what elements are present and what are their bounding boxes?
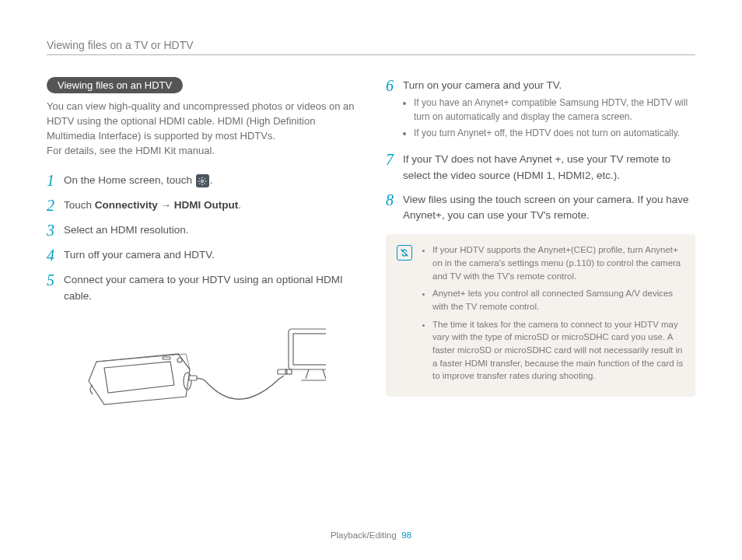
step-6-sublist: If you have an Anynet+ compatible Samsun… — [403, 96, 695, 140]
step-6-text: Turn on your camera and your TV. — [403, 79, 562, 91]
list-item: If your HDTV supports the Anynet+(CEC) p… — [432, 243, 684, 282]
step-num: 2 — [47, 197, 64, 214]
step-2-post: . — [238, 199, 241, 211]
content-columns: Viewing files on an HDTV You can view hi… — [47, 77, 695, 416]
step-num: 8 — [386, 191, 403, 208]
step-num: 3 — [47, 222, 64, 239]
page-number: 98 — [401, 530, 411, 540]
settings-icon — [196, 174, 209, 187]
step-text: Select an HDMI resolution. — [64, 222, 189, 238]
step-num: 6 — [386, 77, 403, 94]
step-1-post: . — [210, 174, 213, 186]
step-2-pre: Touch — [64, 199, 95, 211]
step-5: 5 Connect your camera to your HDTV using… — [47, 271, 356, 304]
step-6: 6 Turn on your camera and your TV. If yo… — [386, 77, 695, 143]
step-1-pre: On the Home screen, touch — [64, 174, 195, 186]
step-num: 1 — [47, 172, 64, 189]
footer: Playback/Editing 98 — [0, 530, 742, 540]
step-num: 5 — [47, 271, 64, 289]
step-text: Touch Connectivity → HDMI Output. — [64, 197, 241, 213]
step-7: 7 If your TV does not have Anynet +, use… — [386, 151, 695, 184]
header-rule — [47, 54, 695, 55]
right-column: 6 Turn on your camera and your TV. If yo… — [386, 77, 695, 416]
note-box: If your HDTV supports the Anynet+(CEC) p… — [386, 234, 695, 397]
footer-section: Playback/Editing — [331, 530, 397, 540]
step-4: 4 Turn off your camera and HDTV. — [47, 247, 356, 264]
list-item: The time it takes for the camera to conn… — [432, 318, 684, 383]
intro-text: You can view high-quality and uncompress… — [47, 100, 356, 158]
step-text: If your TV does not have Anynet +, use y… — [403, 151, 695, 184]
step-2: 2 Touch Connectivity → HDMI Output. — [47, 197, 356, 214]
step-text: Turn off your camera and HDTV. — [64, 247, 215, 263]
svg-point-2 — [177, 358, 182, 362]
section-pill: Viewing files on an HDTV — [47, 77, 183, 93]
step-text: Connect your camera to your HDTV using a… — [64, 271, 356, 304]
step-1: 1 On the Home screen, touch . — [47, 172, 356, 189]
svg-point-0 — [201, 180, 204, 182]
svg-rect-4 — [189, 376, 197, 380]
step-num: 7 — [386, 151, 403, 168]
svg-rect-3 — [163, 357, 170, 359]
step-3: 3 Select an HDMI resolution. — [47, 222, 356, 239]
step-8: 8 View files using the touch screen on y… — [386, 191, 695, 224]
step-2-bold2: HDMI Output — [174, 199, 238, 211]
list-item: Anynet+ lets you control all connected S… — [432, 287, 684, 313]
step-text: View files using the touch screen on you… — [403, 191, 695, 224]
step-2-arrow: → — [158, 199, 174, 211]
connection-diagram — [47, 315, 356, 416]
left-column: Viewing files on an HDTV You can view hi… — [47, 77, 356, 416]
step-2-bold1: Connectivity — [95, 199, 158, 211]
note-icon — [397, 245, 412, 261]
step-text: Turn on your camera and your TV. If you … — [403, 77, 695, 143]
step-num: 4 — [47, 247, 64, 264]
list-item: If you have an Anynet+ compatible Samsun… — [414, 96, 695, 124]
svg-rect-6 — [289, 329, 326, 369]
list-item: If you turn Anynet+ off, the HDTV does n… — [414, 127, 695, 140]
step-text: On the Home screen, touch . — [64, 172, 213, 188]
note-list: If your HDTV supports the Anynet+(CEC) p… — [422, 243, 684, 387]
breadcrumb: Viewing files on a TV or HDTV — [47, 39, 695, 51]
